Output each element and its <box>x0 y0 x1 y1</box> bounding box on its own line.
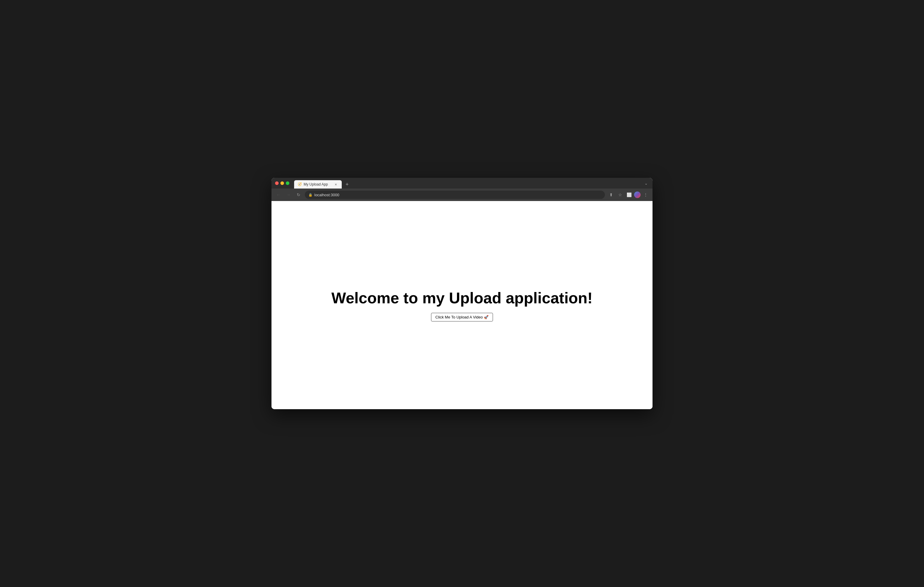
welcome-heading: Welcome to my Upload application! <box>331 289 592 307</box>
browser-window: 🧭 My Upload App ✕ + ⌄ ← → ↻ 🔒 localhost:… <box>272 178 652 409</box>
maximize-button[interactable] <box>286 181 289 185</box>
tab-close-icon[interactable]: ✕ <box>333 182 338 187</box>
title-bar-right: ⌄ <box>643 180 649 186</box>
tab-favicon-icon: 🧭 <box>298 182 302 186</box>
profile-avatar[interactable] <box>634 191 640 198</box>
back-button[interactable]: ← <box>274 191 282 199</box>
title-bar: 🧭 My Upload App ✕ + ⌄ <box>272 178 652 189</box>
address-bar-right: ⬆ ☆ ⬜ ⋮ <box>607 191 650 199</box>
url-display: localhost:3000 <box>314 193 339 197</box>
page-content: Welcome to my Upload application! Click … <box>272 201 652 409</box>
traffic-lights <box>275 181 289 185</box>
tabs-area: 🧭 My Upload App ✕ + <box>294 178 351 189</box>
minimize-button[interactable] <box>280 181 284 185</box>
tab-title: My Upload App <box>304 182 332 186</box>
sidebar-icon[interactable]: ⬜ <box>625 191 633 199</box>
active-tab[interactable]: 🧭 My Upload App ✕ <box>294 180 342 189</box>
lock-icon: 🔒 <box>309 193 313 197</box>
new-tab-button[interactable]: + <box>343 180 351 189</box>
share-icon[interactable]: ⬆ <box>607 191 615 199</box>
address-bar: ← → ↻ 🔒 localhost:3000 ⬆ ☆ ⬜ ⋮ <box>272 189 652 201</box>
forward-button[interactable]: → <box>285 191 292 199</box>
menu-icon[interactable]: ⋮ <box>642 191 650 199</box>
upload-video-button[interactable]: Click Me To Upload A Video 🚀 <box>431 313 493 321</box>
bookmark-icon[interactable]: ☆ <box>616 191 624 199</box>
close-button[interactable] <box>275 181 279 185</box>
reload-button[interactable]: ↻ <box>295 191 302 199</box>
dropdown-icon[interactable]: ⌄ <box>643 180 649 186</box>
url-bar[interactable]: 🔒 localhost:3000 <box>305 191 605 199</box>
